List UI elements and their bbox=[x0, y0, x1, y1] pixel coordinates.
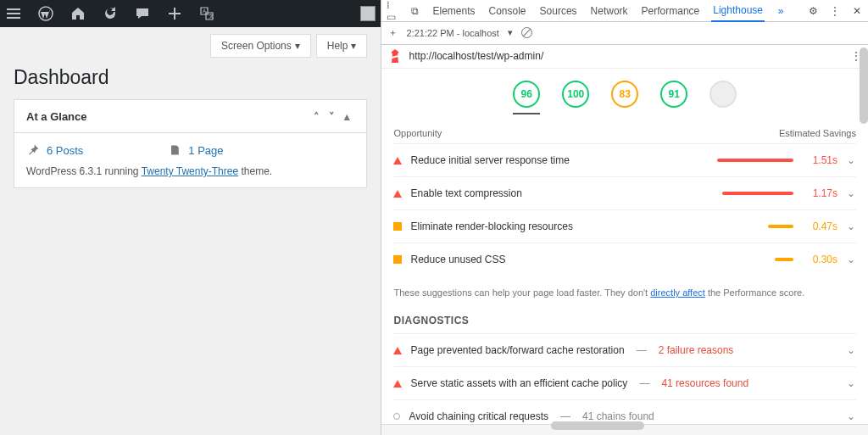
opportunity-label: Reduce unused CSS bbox=[410, 254, 505, 265]
diagnostic-label: Page prevented back/forward cache restor… bbox=[410, 344, 624, 356]
svg-text:文: 文 bbox=[209, 13, 214, 19]
move-up-icon[interactable]: ˄ bbox=[309, 109, 324, 124]
pages-link[interactable]: 1 Page bbox=[168, 143, 223, 157]
tab-network[interactable]: Network bbox=[589, 1, 630, 21]
help-button[interactable]: Help ▾ bbox=[316, 34, 368, 58]
diagnostic-detail: 41 resources found bbox=[661, 377, 748, 389]
tab-performance[interactable]: Performance bbox=[640, 1, 702, 21]
pin-icon bbox=[26, 143, 40, 157]
clear-icon[interactable] bbox=[521, 27, 532, 38]
translate-icon[interactable]: A文 bbox=[198, 5, 215, 22]
directly-affect-link[interactable]: directly affect bbox=[650, 287, 705, 298]
opportunity-label: Eliminate render-blocking resources bbox=[410, 220, 572, 232]
settings-gear-icon[interactable]: ⚙ bbox=[807, 5, 819, 17]
svg-text:A: A bbox=[203, 8, 206, 14]
menu-icon[interactable] bbox=[5, 5, 22, 22]
add-new-icon[interactable] bbox=[166, 5, 183, 22]
wordpress-admin-panel: A文 Screen Options ▾ Help ▾ Dashboard At … bbox=[0, 0, 381, 435]
device-toolbar-icon[interactable]: ⧉ bbox=[409, 5, 420, 17]
savings-bar bbox=[722, 192, 793, 195]
severity-icon bbox=[393, 347, 402, 354]
savings-time: 1.51s bbox=[802, 154, 837, 166]
home-icon[interactable] bbox=[70, 5, 86, 22]
tab-sources[interactable]: Sources bbox=[538, 1, 579, 21]
savings-bar bbox=[717, 159, 793, 162]
chevron-down-icon: ⌄ bbox=[846, 187, 856, 199]
chevron-down-icon: ⌄ bbox=[846, 344, 856, 356]
severity-icon bbox=[393, 222, 402, 231]
screen-options-button[interactable]: Screen Options ▾ bbox=[210, 34, 311, 58]
posts-link[interactable]: 6 Posts bbox=[26, 143, 83, 157]
severity-icon bbox=[393, 380, 402, 388]
horizontal-scrollbar-track bbox=[381, 424, 868, 435]
score-gauge[interactable]: 91 bbox=[660, 81, 687, 108]
user-avatar[interactable] bbox=[360, 6, 376, 21]
chevron-down-icon: ⌄ bbox=[846, 410, 856, 422]
opportunity-row[interactable]: Enable text compression1.17s⌄ bbox=[393, 176, 856, 209]
score-gauge[interactable]: 96 bbox=[513, 81, 540, 108]
wp-admin-bar: A文 bbox=[0, 0, 381, 27]
plus-icon[interactable]: ＋ bbox=[388, 26, 398, 39]
toggle-caret-icon[interactable]: ▴ bbox=[339, 109, 354, 124]
more-tabs-icon[interactable]: » bbox=[775, 5, 787, 17]
at-a-glance-widget: At a Glance ˄ ˅ ▴ 6 Posts 1 Page bbox=[14, 99, 367, 188]
opportunity-row[interactable]: Eliminate render-blocking resources0.47s… bbox=[393, 209, 856, 243]
score-gauge[interactable]: 100 bbox=[562, 81, 589, 108]
refresh-icon[interactable] bbox=[102, 5, 119, 22]
diagnostic-detail: 41 chains found bbox=[582, 410, 654, 422]
lighthouse-score-gauges: 961008391 bbox=[381, 69, 868, 118]
diagnostic-row[interactable]: Serve static assets with an efficient ca… bbox=[393, 366, 856, 399]
tab-lighthouse[interactable]: Lighthouse bbox=[711, 0, 765, 22]
severity-icon bbox=[393, 157, 402, 165]
theme-link[interactable]: Twenty Twenty-Three bbox=[142, 165, 239, 177]
widget-title: At a Glance bbox=[26, 110, 87, 123]
savings-time: 0.47s bbox=[802, 220, 837, 232]
tab-elements[interactable]: Elements bbox=[431, 1, 476, 21]
opportunity-header: Opportunity bbox=[393, 128, 442, 138]
severity-icon bbox=[393, 255, 402, 264]
vertical-scrollbar[interactable] bbox=[860, 47, 868, 124]
score-gauge[interactable] bbox=[709, 81, 737, 108]
page-icon bbox=[168, 143, 181, 157]
lighthouse-note: These suggestions can help your page loa… bbox=[393, 276, 856, 315]
comments-icon[interactable] bbox=[134, 5, 151, 22]
page-title: Dashboard bbox=[14, 66, 367, 89]
devtools-tab-bar: ⁞▭ ⧉ Elements Console Sources Network Pe… bbox=[381, 0, 868, 22]
wordpress-logo-icon[interactable] bbox=[37, 5, 54, 22]
diagnostic-row[interactable]: Avoid chaining critical requests—41 chai… bbox=[393, 399, 856, 424]
savings-time: 0.30s bbox=[802, 254, 837, 265]
chevron-down-icon: ⌄ bbox=[846, 220, 856, 232]
opportunity-row[interactable]: Reduce unused CSS0.30s⌄ bbox=[393, 243, 856, 276]
lighthouse-toolbar: ＋ 2:21:22 PM - localhost ▾ bbox=[381, 22, 868, 45]
diagnostic-row[interactable]: Page prevented back/forward cache restor… bbox=[393, 333, 856, 366]
score-gauge[interactable]: 83 bbox=[611, 81, 638, 108]
move-down-icon[interactable]: ˅ bbox=[324, 109, 339, 124]
opportunity-label: Enable text compression bbox=[410, 187, 521, 199]
close-icon[interactable]: ✕ bbox=[851, 5, 863, 17]
savings-header: Estimated Savings bbox=[779, 128, 856, 138]
diagnostics-header: DIAGNOSTICS bbox=[393, 315, 856, 333]
opportunity-label: Reduce initial server response time bbox=[410, 154, 569, 166]
horizontal-scrollbar[interactable] bbox=[551, 421, 644, 430]
caret-down-icon: ▾ bbox=[295, 40, 300, 52]
devtools-panel: ⁞▭ ⧉ Elements Console Sources Network Pe… bbox=[381, 0, 868, 435]
lighthouse-icon bbox=[388, 48, 402, 64]
kebab-menu-icon[interactable]: ⋮ bbox=[829, 5, 841, 17]
savings-bar bbox=[768, 225, 793, 228]
inspect-icon[interactable]: ⁞▭ bbox=[387, 0, 398, 23]
severity-icon bbox=[393, 413, 400, 420]
dropdown-caret-icon[interactable]: ▾ bbox=[508, 27, 513, 38]
chevron-down-icon: ⌄ bbox=[846, 154, 856, 166]
tab-console[interactable]: Console bbox=[487, 1, 528, 21]
report-timestamp[interactable]: 2:21:22 PM - localhost bbox=[406, 28, 498, 38]
chevron-down-icon: ⌄ bbox=[846, 377, 856, 389]
chevron-down-icon: ⌄ bbox=[846, 254, 856, 265]
diagnostic-label: Serve static assets with an efficient ca… bbox=[410, 377, 627, 389]
wp-version-text: WordPress 6.3.1 running Twenty Twenty-Th… bbox=[26, 165, 354, 177]
savings-time: 1.17s bbox=[802, 187, 837, 199]
severity-icon bbox=[393, 190, 402, 198]
opportunity-row[interactable]: Reduce initial server response time1.51s… bbox=[393, 143, 856, 176]
lighthouse-url-row: http://localhost/test/wp-admin/ ⋮ bbox=[381, 45, 868, 70]
lighthouse-report-body: Opportunity Estimated Savings Reduce ini… bbox=[381, 118, 868, 424]
diagnostic-detail: 2 failure reasons bbox=[659, 344, 734, 356]
